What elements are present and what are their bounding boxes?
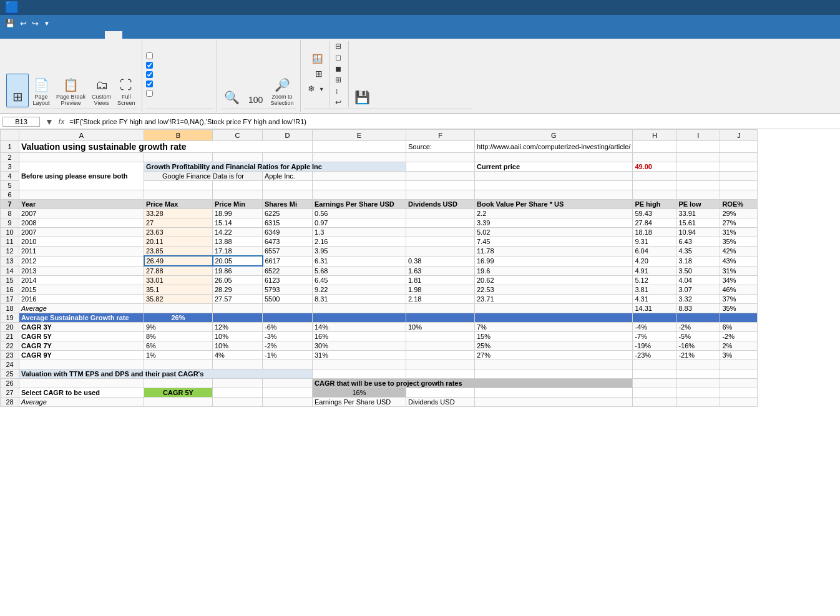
cell[interactable] [633,398,676,407]
cell[interactable]: Valuation with TTM EPS and DPS and their… [19,369,313,379]
cell[interactable] [144,360,213,369]
cell[interactable] [263,190,313,200]
cell[interactable]: 1% [144,351,213,360]
cell[interactable]: 8% [144,332,213,341]
cell[interactable]: Average [19,304,144,313]
cell[interactable] [633,172,676,181]
cell[interactable] [676,153,720,162]
cell[interactable]: 9.31 [633,237,676,247]
cell[interactable]: 35% [720,237,758,247]
cell[interactable] [475,388,633,398]
cell[interactable]: 16.99 [475,256,633,266]
cell[interactable]: 5500 [263,295,313,304]
cell[interactable]: 20.11 [144,237,213,247]
cell[interactable] [144,304,213,313]
cell[interactable]: 5793 [263,285,313,295]
cell[interactable]: Google Finance Data is for [144,172,263,181]
cell[interactable]: 1.81 [406,276,475,285]
formula-input[interactable] [67,117,838,126]
gridlines-checkbox[interactable] [146,71,153,78]
cell[interactable]: 5.02 [475,228,633,237]
cell[interactable] [633,379,676,388]
cell[interactable] [19,360,144,369]
cell[interactable]: -2% [720,332,758,341]
cell[interactable] [263,379,313,388]
cell[interactable]: Growth Profitability and Financial Ratio… [144,162,406,172]
cell[interactable]: 0.56 [313,209,406,218]
cell[interactable]: 3.39 [475,218,633,228]
cell[interactable]: 31% [313,351,406,360]
cell[interactable] [263,313,313,323]
cell[interactable]: 4.91 [633,266,676,276]
full-screen-button[interactable]: ⛶ FullScreen [115,74,138,107]
cell[interactable]: -3% [263,332,313,341]
tab-page-layout[interactable] [35,31,52,39]
cell[interactable]: 30% [313,341,406,351]
page-break-preview-button[interactable]: 📋 Page BreakPreview [54,74,88,107]
cell[interactable]: 1.63 [406,266,475,276]
cell[interactable]: CAGR 3Y [19,323,144,332]
cell[interactable]: 3.81 [633,285,676,295]
cell[interactable]: 22.53 [475,285,633,295]
cell[interactable]: 27% [475,351,633,360]
cell[interactable] [720,398,758,407]
cell[interactable] [676,369,720,379]
cell[interactable]: 2010 [19,237,144,247]
cell[interactable]: 23.63 [144,228,213,237]
cell[interactable] [313,369,406,379]
message-bar-checkbox[interactable] [146,90,153,97]
cell[interactable] [406,237,475,247]
cell[interactable] [406,332,475,341]
cell[interactable] [676,172,720,181]
cell[interactable]: 3.18 [676,256,720,266]
cell[interactable]: 2015 [19,285,144,295]
cell[interactable]: 1.3 [313,228,406,237]
zoom-button[interactable]: 🔍 [221,74,243,107]
save-workspace-button[interactable]: 💾 [351,74,374,107]
hide-button[interactable]: ◻ [333,52,346,62]
col-header-A[interactable]: A [19,130,144,141]
cell[interactable] [633,360,676,369]
cell[interactable]: 6557 [263,247,313,257]
cell[interactable]: 23.71 [475,295,633,304]
cell[interactable] [406,388,475,398]
ruler-checkbox[interactable] [146,52,153,59]
cell[interactable]: Price Max [144,200,213,209]
tab-data[interactable] [70,31,87,39]
cell[interactable] [676,181,720,190]
cell[interactable] [313,304,406,313]
normal-view-button[interactable]: ⊞ [6,74,29,107]
cell[interactable]: -6% [263,323,313,332]
undo-button[interactable]: ↩ [17,17,29,29]
cell[interactable]: 27.84 [633,218,676,228]
cell[interactable] [213,304,263,313]
cell[interactable]: 19.86 [213,266,263,276]
cell[interactable]: 42% [720,247,758,257]
cell[interactable]: 14.22 [213,228,263,237]
cell[interactable] [406,181,475,190]
cell[interactable] [720,162,758,172]
cell[interactable] [676,398,720,407]
view-side-by-side-button[interactable]: ⊞ [333,75,346,85]
cell[interactable]: -2% [676,323,720,332]
cell[interactable]: 49.00 [633,162,676,172]
cell[interactable]: 31% [720,228,758,237]
cell[interactable]: 2007 [19,228,144,237]
cell[interactable]: 2007 [19,209,144,218]
cell[interactable] [406,247,475,257]
cell[interactable] [720,181,758,190]
cell[interactable]: 3.95 [313,247,406,257]
cell[interactable]: 29% [720,209,758,218]
cell[interactable] [213,313,263,323]
cell[interactable] [144,190,213,200]
cell[interactable] [213,181,263,190]
cell[interactable]: 15% [475,332,633,341]
cell[interactable]: 4.31 [633,295,676,304]
cell[interactable]: -4% [633,323,676,332]
cell[interactable]: 26.49 [144,256,213,266]
cell[interactable]: 6315 [263,218,313,228]
cell[interactable] [406,172,475,181]
cell[interactable]: -23% [633,351,676,360]
cell[interactable] [475,190,633,200]
cell[interactable]: CAGR 5Y [144,388,213,398]
